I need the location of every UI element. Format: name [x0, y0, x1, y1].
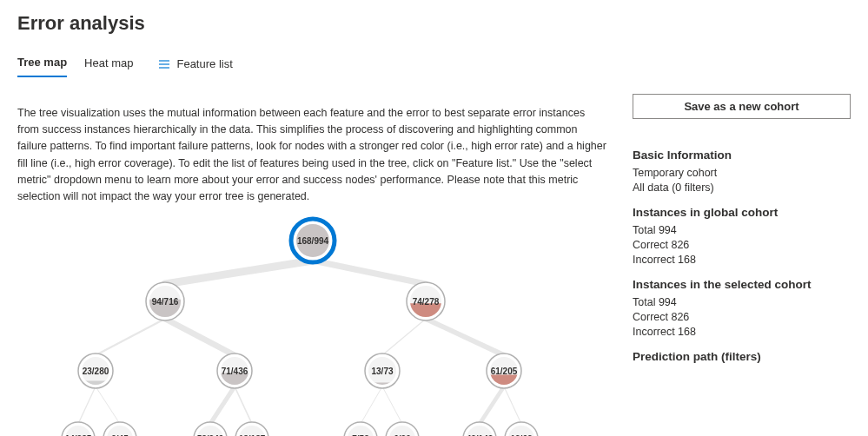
tree-node-n_ll[interactable]: 23/280 — [78, 353, 113, 388]
tree-node-n_rll[interactable]: 7/53 — [344, 422, 377, 436]
global-incorrect: Incorrect 168 — [633, 254, 851, 266]
selected-cohort-heading: Instances in the selected cohort — [633, 278, 851, 291]
feature-list-label: Feature list — [176, 57, 232, 70]
tree-node-label: 71/436 — [222, 366, 248, 375]
tree-edge — [382, 386, 402, 424]
global-cohort-heading: Instances in global cohort — [633, 206, 851, 219]
tree-node-n_lrr[interactable]: 18/187 — [235, 422, 268, 436]
feature-list-button[interactable]: Feature list — [159, 57, 232, 70]
tree-node-n_rl[interactable]: 13/73 — [365, 353, 400, 388]
tree-node-label: 168/994 — [297, 235, 329, 245]
page-title: Error analysis — [17, 12, 851, 35]
tree-edge — [96, 319, 165, 355]
tree-node-n_rrr[interactable]: 12/62 — [505, 422, 538, 436]
tree-description: The tree visualization uses the mutual i… — [17, 105, 608, 206]
tree-edge — [426, 319, 504, 355]
tree-edge — [235, 386, 252, 424]
selected-total: Total 994 — [633, 296, 851, 308]
tree-node-n_lrl[interactable]: 53/249 — [194, 422, 227, 436]
tree-node-n_rr[interactable]: 61/205 — [487, 353, 521, 388]
prediction-path-heading: Prediction path (filters) — [633, 350, 851, 363]
tree-edge — [165, 319, 235, 355]
view-tabs: Tree map Heat map Feature list — [17, 50, 851, 78]
tree-node-n_lll[interactable]: 14/235 — [62, 422, 95, 436]
tree-edge — [313, 261, 426, 284]
tree-node-label: 61/205 — [491, 366, 518, 375]
tree-node-n_rlr[interactable]: 6/20 — [386, 422, 419, 436]
list-icon — [159, 59, 171, 69]
tree-node-root[interactable]: 168/994 — [291, 219, 335, 262]
tree-node-n_lr[interactable]: 71/436 — [217, 353, 252, 388]
tree-edge — [382, 319, 426, 355]
tree-node-n_l[interactable]: 94/716 — [146, 282, 184, 320]
tree-edge — [480, 386, 504, 424]
cohort-filters: All data (0 filters) — [633, 182, 851, 194]
tree-node-label: 13/73 — [371, 366, 393, 375]
tree-node-label: 23/280 — [83, 366, 109, 375]
tab-heat-map[interactable]: Heat map — [84, 51, 133, 76]
basic-info-heading: Basic Information — [633, 149, 851, 162]
tree-node-n_llr[interactable]: 9/45 — [103, 422, 136, 436]
tree-node-n_rrl[interactable]: 49/143 — [463, 422, 496, 436]
error-tree[interactable]: 168/99494/71674/27823/28071/43613/7361/2… — [17, 215, 608, 436]
tab-tree-map[interactable]: Tree map — [17, 50, 67, 77]
tree-edge — [165, 261, 313, 284]
cohort-name: Temporary cohort — [633, 167, 851, 179]
tree-edge — [78, 386, 96, 424]
save-cohort-button[interactable]: Save as a new cohort — [633, 94, 851, 119]
selected-correct: Correct 826 — [633, 311, 851, 323]
global-total: Total 994 — [633, 224, 851, 236]
tree-node-label: 94/716 — [152, 296, 179, 306]
tree-node-label: 74/278 — [413, 296, 440, 306]
global-correct: Correct 826 — [633, 239, 851, 251]
tree-node-n_r[interactable]: 74/278 — [407, 282, 445, 320]
tree-edge — [504, 386, 521, 424]
tree-edge — [96, 386, 120, 424]
selected-incorrect: Incorrect 168 — [633, 326, 851, 338]
tree-edge — [361, 386, 382, 424]
tree-edge — [210, 386, 235, 424]
